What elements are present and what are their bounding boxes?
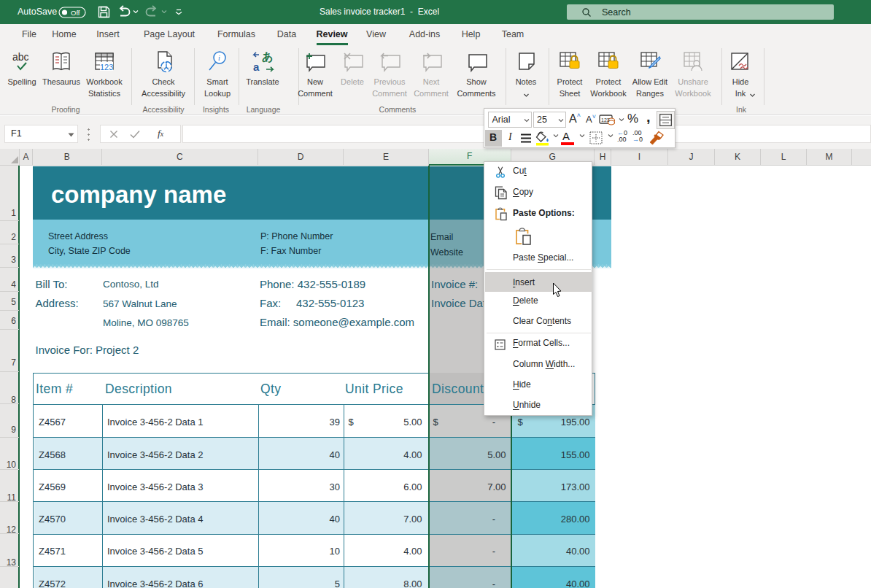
svg-text:abc: abc bbox=[12, 51, 29, 63]
svg-text:i: i bbox=[218, 54, 220, 62]
svg-text:123: 123 bbox=[601, 117, 610, 123]
svg-text:a: a bbox=[253, 61, 260, 73]
svg-text:123: 123 bbox=[100, 63, 113, 71]
svg-text:Off: Off bbox=[71, 9, 80, 17]
svg-text:あ: あ bbox=[262, 50, 273, 63]
